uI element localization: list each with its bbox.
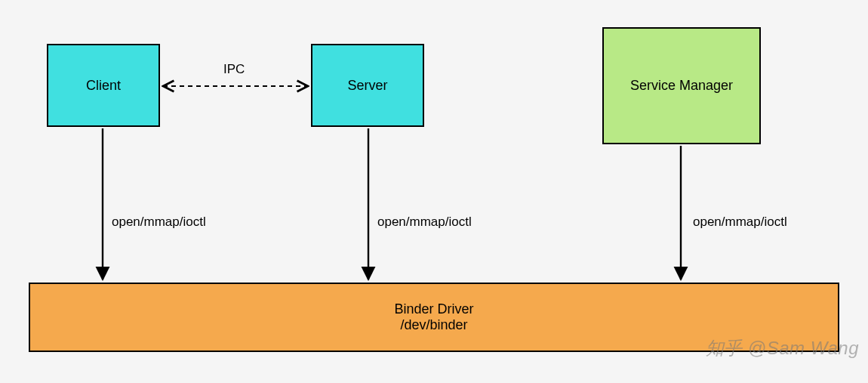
service-manager-label: Service Manager (630, 78, 733, 94)
service-manager-box: Service Manager (602, 27, 761, 144)
client-box: Client (47, 44, 160, 127)
server-driver-label: open/mmap/ioctl (377, 215, 472, 230)
client-label: Client (86, 78, 121, 94)
server-box: Server (311, 44, 424, 127)
binder-driver-line1: Binder Driver (394, 301, 473, 317)
server-label: Server (347, 78, 387, 94)
watermark-text: 知乎 @Sam Wang (706, 336, 859, 360)
binder-driver-line2: /dev/binder (400, 317, 467, 333)
client-driver-label: open/mmap/ioctl (112, 215, 206, 230)
sm-driver-label: open/mmap/ioctl (693, 215, 787, 230)
ipc-label: IPC (223, 62, 245, 77)
